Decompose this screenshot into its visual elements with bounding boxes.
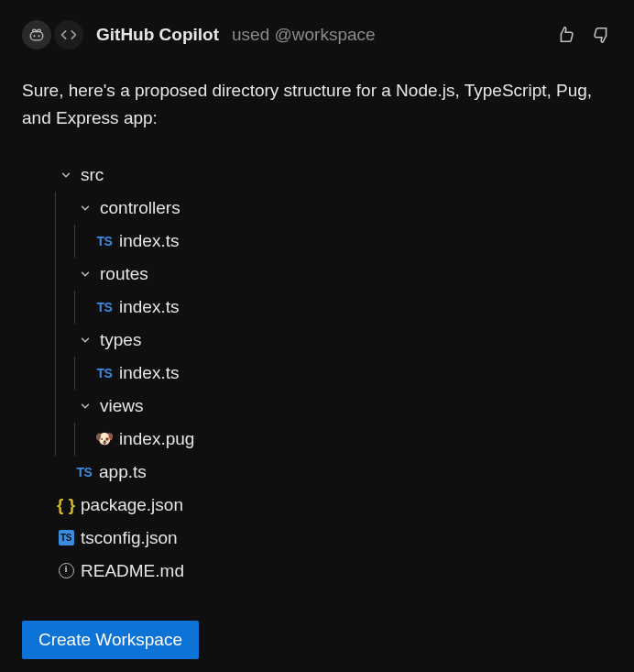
chevron-down-icon	[79, 400, 92, 413]
typescript-icon: TS	[97, 300, 113, 314]
code-icon	[60, 26, 78, 44]
thumbs-down-button[interactable]	[592, 25, 612, 45]
tree-file-views-index[interactable]: 🐶 index.pug	[37, 423, 612, 456]
workspace-badge	[54, 20, 83, 50]
sender-name: GitHub Copilot	[96, 25, 219, 45]
tree-file-tsconfig[interactable]: TS tsconfig.json	[37, 522, 612, 555]
tree-file-package[interactable]: { } package.json	[37, 489, 612, 522]
svg-point-1	[34, 35, 36, 37]
copilot-avatar	[22, 20, 51, 50]
typescript-icon: TS	[77, 465, 93, 479]
create-workspace-button[interactable]: Create Workspace	[22, 621, 199, 659]
thumbs-up-button[interactable]	[555, 25, 575, 45]
message-body: Sure, here's a proposed directory struct…	[22, 77, 612, 133]
chevron-down-icon	[79, 268, 92, 281]
tree-label: package.json	[81, 495, 183, 515]
thumbs-down-icon	[592, 25, 612, 45]
copilot-chat-message: GitHub Copilot used @workspace Sure, her…	[0, 0, 634, 672]
tree-label: app.ts	[99, 462, 147, 482]
tree-label: tsconfig.json	[81, 528, 178, 548]
tree-folder-routes[interactable]: routes	[37, 258, 612, 291]
tree-folder-views[interactable]: views	[37, 390, 612, 423]
used-workspace-label: used @workspace	[232, 25, 376, 45]
typescript-icon: TS	[97, 234, 113, 248]
tree-file-routes-index[interactable]: TS index.ts	[37, 291, 612, 324]
message-header: GitHub Copilot used @workspace	[22, 20, 612, 50]
pug-icon: 🐶	[95, 430, 114, 447]
tree-folder-controllers[interactable]: controllers	[37, 192, 612, 225]
tree-label: src	[81, 165, 104, 185]
tree-label: README.md	[81, 561, 184, 581]
tsconfig-icon: TS	[59, 530, 74, 545]
tree-file-app[interactable]: TS app.ts	[37, 456, 612, 489]
tree-label: index.pug	[119, 429, 194, 449]
json-icon: { }	[57, 495, 75, 515]
tree-label: index.ts	[119, 231, 179, 251]
tree-label: routes	[100, 264, 148, 284]
tree-file-controllers-index[interactable]: TS index.ts	[37, 225, 612, 258]
info-icon	[59, 563, 74, 578]
svg-point-2	[38, 35, 40, 37]
chevron-down-icon	[79, 202, 92, 215]
tree-label: index.ts	[119, 297, 179, 317]
thumbs-up-icon	[555, 25, 575, 45]
copilot-icon	[27, 26, 46, 44]
file-tree: src controllers TS index.ts routes	[37, 159, 612, 588]
tree-label: views	[100, 396, 144, 416]
tree-file-readme[interactable]: README.md	[37, 555, 612, 588]
chevron-down-icon	[60, 169, 72, 182]
chevron-down-icon	[79, 334, 92, 347]
typescript-icon: TS	[97, 366, 113, 380]
tree-label: types	[100, 330, 141, 350]
tree-folder-types[interactable]: types	[37, 324, 612, 357]
svg-rect-0	[30, 32, 42, 40]
feedback-controls	[555, 25, 612, 45]
tree-file-types-index[interactable]: TS index.ts	[37, 357, 612, 390]
tree-folder-src[interactable]: src	[37, 159, 612, 192]
tree-label: controllers	[100, 198, 180, 218]
tree-label: index.ts	[119, 363, 179, 383]
